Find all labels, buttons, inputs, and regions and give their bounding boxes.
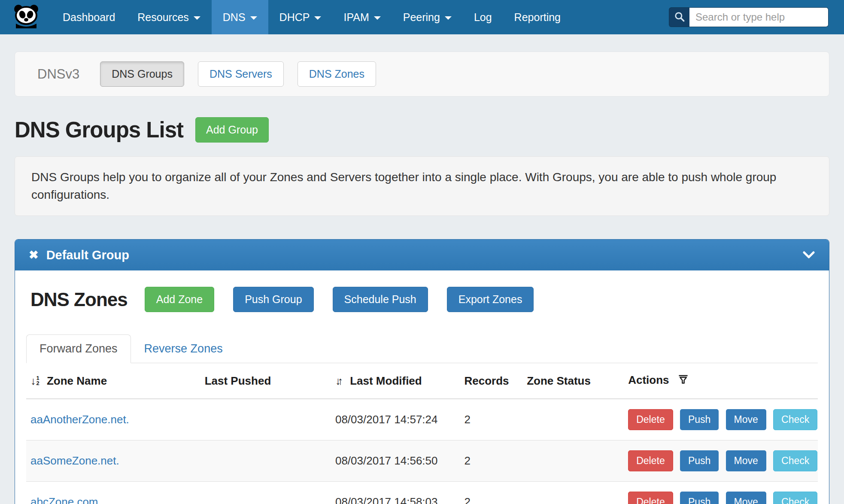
nav-dashboard[interactable]: Dashboard (52, 0, 126, 34)
zone-name-link[interactable]: aaSomeZone.net. (30, 454, 119, 467)
col-zone-status-label: Zone Status (527, 374, 591, 387)
zone-name-link[interactable]: abcZone.com. (30, 495, 101, 504)
push-button[interactable]: Push (680, 450, 719, 471)
sort-icon[interactable]: ↓↑ (335, 375, 340, 387)
page-title: DNS Groups List (15, 117, 183, 143)
table-row: aaSomeZone.net. 08/03/2017 14:56:50 2 De… (26, 440, 818, 482)
chevron-down-icon[interactable] (802, 251, 815, 259)
actions-cell: Delete Push Move Check (624, 482, 818, 504)
top-navbar: Dashboard Resources DNS DHCP IPAM Peerin… (0, 0, 844, 34)
nav-resources[interactable]: Resources (126, 0, 212, 34)
last-modified-cell: 08/03/2017 14:58:03 (331, 482, 460, 504)
tab-reverse-zones-label: Reverse Zones (144, 342, 223, 355)
nav-log[interactable]: Log (463, 0, 503, 34)
move-button[interactable]: Move (726, 409, 766, 430)
panel-title: Default Group (46, 248, 129, 262)
records-cell: 2 (460, 440, 522, 482)
sort-digits: 1 2 (36, 376, 39, 386)
actions-cell: Delete Push Move Check (624, 440, 818, 482)
search-button[interactable] (669, 7, 689, 27)
nav-reporting-label: Reporting (514, 11, 561, 24)
nav-dns-label: DNS (223, 11, 246, 24)
nav-resources-label: Resources (137, 11, 189, 24)
last-modified-cell: 08/03/2017 14:56:50 (331, 440, 460, 482)
move-button[interactable]: Move (726, 492, 766, 504)
description-well: DNS Groups help you to organize all of y… (15, 156, 829, 216)
search-icon (674, 11, 685, 24)
tab-reverse-zones[interactable]: Reverse Zones (131, 334, 236, 363)
subnav-dns-servers-button[interactable]: DNS Servers (198, 61, 284, 87)
last-pushed-cell (200, 399, 331, 440)
schedule-push-button[interactable]: Schedule Push (333, 287, 428, 312)
col-last-modified[interactable]: ↓↑ Last Modified (331, 363, 460, 399)
sort-numeric-icon[interactable]: ↓ 1 2 (30, 376, 39, 386)
table-row: abcZone.com. 08/03/2017 14:58:03 2 Delet… (26, 482, 818, 504)
check-button[interactable]: Check (773, 450, 817, 471)
col-records-label: Records (464, 374, 509, 387)
delete-button[interactable]: Delete (628, 450, 673, 471)
close-icon[interactable]: ✖ (29, 249, 39, 261)
push-button[interactable]: Push (680, 492, 719, 504)
zones-table: ↓ 1 2 Zone Name Last Pushed ↓↑ La (26, 363, 818, 504)
add-zone-button[interactable]: Add Zone (145, 287, 214, 312)
nav-ipam[interactable]: IPAM (332, 0, 392, 34)
default-group-panel: ✖ Default Group DNS Zones Add Zone Push … (15, 239, 829, 504)
zones-tabs: Forward Zones Reverse Zones (26, 334, 818, 363)
col-zone-name-label: Zone Name (47, 374, 107, 387)
nav-peering-label: Peering (403, 11, 440, 24)
check-button[interactable]: Check (773, 492, 817, 504)
last-pushed-cell (200, 482, 331, 504)
zone-name-link[interactable]: aaAnotherZone.net. (30, 413, 129, 426)
panel-header[interactable]: ✖ Default Group (15, 240, 829, 270)
col-last-modified-label: Last Modified (350, 374, 422, 387)
zones-heading-row: DNS Zones Add Zone Push Group Schedule P… (30, 287, 818, 312)
caret-down-icon (250, 16, 257, 20)
subnav-dns-groups-button[interactable]: DNS Groups (100, 61, 184, 87)
nav-ipam-label: IPAM (343, 11, 369, 24)
nav-dns[interactable]: DNS (212, 0, 268, 34)
col-actions: Actions (624, 363, 818, 399)
dns-zones-title: DNS Zones (30, 289, 128, 310)
tab-forward-zones[interactable]: Forward Zones (26, 334, 131, 363)
push-button[interactable]: Push (680, 409, 719, 430)
zone-status-cell (522, 482, 624, 504)
delete-button[interactable]: Delete (628, 492, 673, 504)
zone-status-cell (522, 440, 624, 482)
search-input[interactable] (689, 7, 829, 27)
export-zones-button[interactable]: Export Zones (447, 287, 534, 312)
dns-subnav: DNSv3 DNS Groups DNS Servers DNS Zones (15, 52, 829, 97)
move-button[interactable]: Move (726, 450, 766, 471)
last-pushed-cell (200, 440, 331, 482)
col-zone-name[interactable]: ↓ 1 2 Zone Name (26, 363, 200, 399)
tab-forward-zones-label: Forward Zones (39, 342, 118, 355)
panda-logo-icon (13, 4, 39, 30)
col-last-pushed: Last Pushed (200, 363, 331, 399)
table-row: aaAnotherZone.net. 08/03/2017 14:57:24 2… (26, 399, 818, 440)
col-records: Records (460, 363, 522, 399)
zone-status-cell (522, 399, 624, 440)
subnav-dns-zones-button[interactable]: DNS Zones (298, 61, 376, 87)
app-logo[interactable] (13, 0, 39, 34)
nav-peering[interactable]: Peering (392, 0, 463, 34)
nav-dhcp[interactable]: DHCP (268, 0, 333, 34)
navbar-search (669, 0, 829, 34)
dnsv3-label: DNSv3 (37, 67, 79, 82)
digit-two: 2 (36, 381, 39, 386)
add-group-button[interactable]: Add Group (195, 117, 269, 143)
records-cell: 2 (460, 482, 522, 504)
push-group-button[interactable]: Push Group (233, 287, 313, 312)
col-zone-status: Zone Status (522, 363, 624, 399)
caret-down-icon (445, 16, 452, 20)
last-modified-cell: 08/03/2017 14:57:24 (331, 399, 460, 440)
delete-button[interactable]: Delete (628, 409, 673, 430)
filter-icon[interactable] (677, 375, 689, 388)
panel-body: DNS Zones Add Zone Push Group Schedule P… (15, 270, 829, 504)
check-button[interactable]: Check (773, 409, 817, 430)
nav-reporting[interactable]: Reporting (503, 0, 572, 34)
actions-cell: Delete Push Move Check (624, 399, 818, 440)
nav-dashboard-label: Dashboard (63, 11, 115, 24)
caret-down-icon (374, 16, 381, 20)
nav-dhcp-label: DHCP (279, 11, 310, 24)
table-header-row: ↓ 1 2 Zone Name Last Pushed ↓↑ La (26, 363, 818, 399)
col-last-pushed-label: Last Pushed (205, 374, 271, 387)
